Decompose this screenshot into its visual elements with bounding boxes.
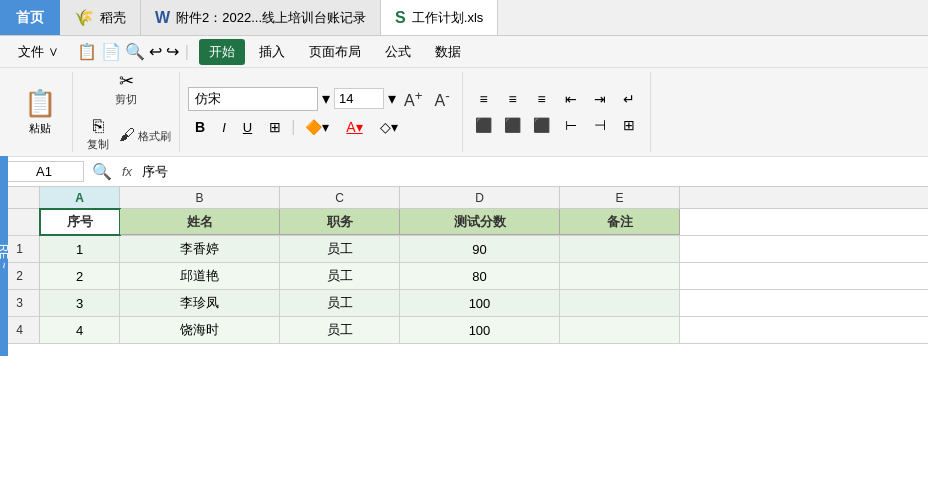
table-row: 2 2 邱道艳 员工 80: [0, 263, 928, 290]
cell-reference-box[interactable]: A1: [4, 161, 84, 182]
redo-icon[interactable]: ↪: [166, 42, 179, 61]
col-header-a[interactable]: A: [40, 187, 120, 208]
indent-less-button[interactable]: ⇤: [558, 88, 584, 110]
tab-wps[interactable]: 🌾 稻壳: [60, 0, 141, 35]
wps-icon: 🌾: [74, 8, 94, 27]
ribbon-toolbar: 📋 粘贴 ✂ 剪切 ⎘ 复制 🖌 格式刷: [0, 68, 928, 156]
align-left-button[interactable]: ⬛: [471, 114, 497, 136]
formula-bar: A1 🔍 fx: [0, 157, 928, 187]
format-brush-icon: 🖌: [119, 126, 135, 143]
cell-c-header[interactable]: 职务: [280, 209, 400, 235]
cell-d-header[interactable]: 测试分数: [400, 209, 560, 235]
cell-d2[interactable]: 80: [400, 263, 560, 289]
menu-layout[interactable]: 页面布局: [299, 39, 371, 65]
scissors-icon: ✂: [119, 72, 134, 90]
home-button[interactable]: 首页: [0, 0, 60, 35]
menu-data[interactable]: 数据: [425, 39, 471, 65]
cell-a2[interactable]: 2: [40, 263, 120, 289]
cell-a-header[interactable]: 序号: [40, 209, 120, 235]
align-top-left-button[interactable]: ≡: [471, 88, 497, 110]
font-grow-button[interactable]: A+: [400, 86, 426, 112]
cell-b1[interactable]: 李香婷: [120, 236, 280, 262]
tab-word-label: 附件2：2022...线上培训台账记录: [176, 9, 366, 27]
formula-input[interactable]: [138, 162, 924, 181]
column-headers: A B C D E: [0, 187, 928, 209]
word-icon: W: [155, 9, 170, 27]
font-color-button[interactable]: A▾: [339, 116, 369, 138]
font-size-arrow-icon[interactable]: ▾: [388, 89, 396, 108]
cell-e4[interactable]: [560, 317, 680, 343]
sheet-container: A B C D E 序号 姓名 职务 测试分数 备注 1 1 李香婷 员工 90: [0, 187, 928, 500]
cell-b4[interactable]: 饶海时: [120, 317, 280, 343]
copy-button[interactable]: ⎘ 复制: [81, 114, 115, 155]
cell-e2[interactable]: [560, 263, 680, 289]
cell-a3[interactable]: 3: [40, 290, 120, 316]
merge-left-button[interactable]: ⊢: [558, 114, 584, 136]
font-shrink-button[interactable]: A-: [431, 86, 454, 112]
cell-d3[interactable]: 100: [400, 290, 560, 316]
tab-word[interactable]: W 附件2：2022...线上培训台账记录: [141, 0, 381, 35]
cell-c2[interactable]: 员工: [280, 263, 400, 289]
clipboard-group: ✂ 剪切 ⎘ 复制 🖌 格式刷: [73, 72, 180, 152]
fill-color-button[interactable]: 🔶▾: [298, 116, 336, 138]
paste-button[interactable]: 📋 粘贴: [16, 86, 64, 138]
merge-center-button[interactable]: ⊣: [587, 114, 613, 136]
menu-file[interactable]: 文件 ∨: [8, 39, 69, 65]
cell-c4[interactable]: 员工: [280, 317, 400, 343]
cell-d4[interactable]: 100: [400, 317, 560, 343]
align-center-button[interactable]: ⬛: [500, 114, 526, 136]
cell-b3[interactable]: 李珍凤: [120, 290, 280, 316]
align-group: ≡ ≡ ≡ ⇤ ⇥ ↵ ⬛ ⬛ ⬛ ⊢ ⊣ ⊞: [463, 72, 651, 152]
table-row: 3 3 李珍凤 员工 100: [0, 290, 928, 317]
cell-e1[interactable]: [560, 236, 680, 262]
merge-all-button[interactable]: ⊞: [616, 114, 642, 136]
align-right-button[interactable]: ⬛: [529, 114, 555, 136]
ribbon: 文件 ∨ 📋 📄 🔍 ↩ ↪ | 开始 插入 页面布局 公式 数据 📋 粘贴: [0, 36, 928, 157]
cell-b-header[interactable]: 姓名: [120, 209, 280, 235]
cell-d1[interactable]: 90: [400, 236, 560, 262]
cell-e3[interactable]: [560, 290, 680, 316]
cut-button[interactable]: ✂ 剪切: [109, 69, 143, 110]
menu-insert[interactable]: 插入: [249, 39, 295, 65]
cell-c1[interactable]: 员工: [280, 236, 400, 262]
italic-button[interactable]: I: [215, 117, 233, 138]
format-brush-btn[interactable]: 🖌 格式刷: [119, 126, 171, 144]
align-top-center-button[interactable]: ≡: [500, 88, 526, 110]
bold-button[interactable]: B: [188, 116, 212, 138]
cell-e-header[interactable]: 备注: [560, 209, 680, 235]
cell-a4[interactable]: 4: [40, 317, 120, 343]
copy-icon: ⎘: [93, 117, 104, 135]
search-icon[interactable]: 🔍: [125, 42, 145, 61]
underline-button[interactable]: U: [236, 117, 259, 138]
tab-excel[interactable]: S 工作计划.xls: [381, 0, 498, 35]
cell-b2[interactable]: 邱道艳: [120, 263, 280, 289]
header-row: 序号 姓名 职务 测试分数 备注: [0, 209, 928, 236]
align-top-right-button[interactable]: ≡: [529, 88, 555, 110]
font-name-selector[interactable]: 仿宋: [188, 87, 318, 111]
font-group: 仿宋 ▾ 14 ▾ A+ A- B I U ⊞ | 🔶▾ A▾ ◇▾: [180, 72, 463, 152]
search-formula-icon: 🔍: [88, 162, 116, 181]
paste-doc-icon[interactable]: 📄: [101, 42, 121, 61]
taskbar: 首页 🌾 稻壳 W 附件2：2022...线上培训台账记录 S 工作计划.xls: [0, 0, 928, 36]
table-row: 1 1 李香婷 员工 90: [0, 236, 928, 263]
col-header-b[interactable]: B: [120, 187, 280, 208]
wrap-text-button[interactable]: ↵: [616, 88, 642, 110]
table-row: 4 4 饶海时 员工 100: [0, 317, 928, 344]
border-button[interactable]: ⊞: [262, 116, 288, 138]
font-size-selector[interactable]: 14: [334, 88, 384, 109]
cell-a1[interactable]: 1: [40, 236, 120, 262]
indent-more-button[interactable]: ⇥: [587, 88, 613, 110]
excel-icon: S: [395, 9, 406, 27]
menu-formula[interactable]: 公式: [375, 39, 421, 65]
undo-icon[interactable]: ↩: [149, 42, 162, 61]
col-header-e[interactable]: E: [560, 187, 680, 208]
col-header-c[interactable]: C: [280, 187, 400, 208]
cell-c3[interactable]: 员工: [280, 290, 400, 316]
shape-fill-button[interactable]: ◇▾: [373, 116, 405, 138]
tab-wps-label: 稻壳: [100, 9, 126, 27]
copy-doc-icon[interactable]: 📋: [77, 42, 97, 61]
menu-start[interactable]: 开始: [199, 39, 245, 65]
font-name-arrow-icon[interactable]: ▾: [322, 89, 330, 108]
ribbon-menu-bar: 文件 ∨ 📋 📄 🔍 ↩ ↪ | 开始 插入 页面布局 公式 数据: [0, 36, 928, 68]
col-header-d[interactable]: D: [400, 187, 560, 208]
